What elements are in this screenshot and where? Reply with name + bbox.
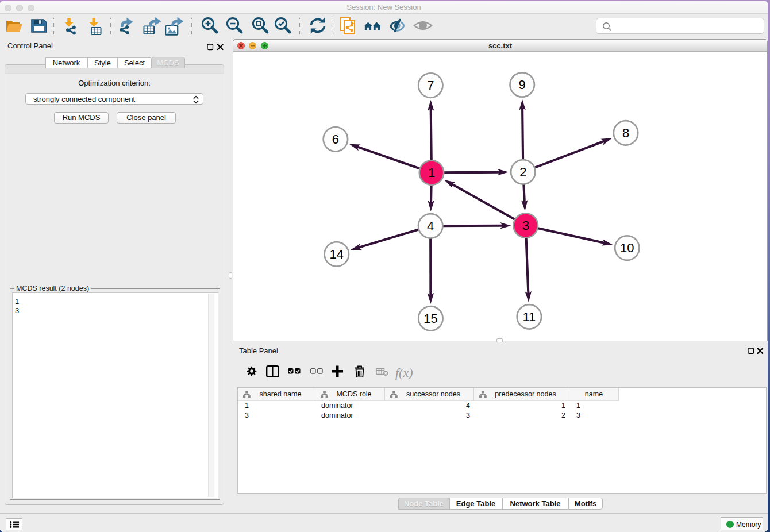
svg-text:1: 1	[428, 165, 435, 180]
svg-text:8: 8	[622, 126, 629, 140]
svg-text:11: 11	[522, 310, 536, 324]
svg-text:4: 4	[427, 219, 434, 233]
svg-text:9: 9	[519, 78, 526, 92]
svg-text:10: 10	[620, 241, 634, 255]
svg-text:7: 7	[427, 78, 434, 92]
svg-text:2: 2	[519, 165, 526, 179]
svg-text:14: 14	[330, 247, 344, 261]
svg-text:3: 3	[522, 218, 529, 233]
svg-text:6: 6	[332, 132, 339, 147]
svg-text:15: 15	[424, 311, 437, 326]
